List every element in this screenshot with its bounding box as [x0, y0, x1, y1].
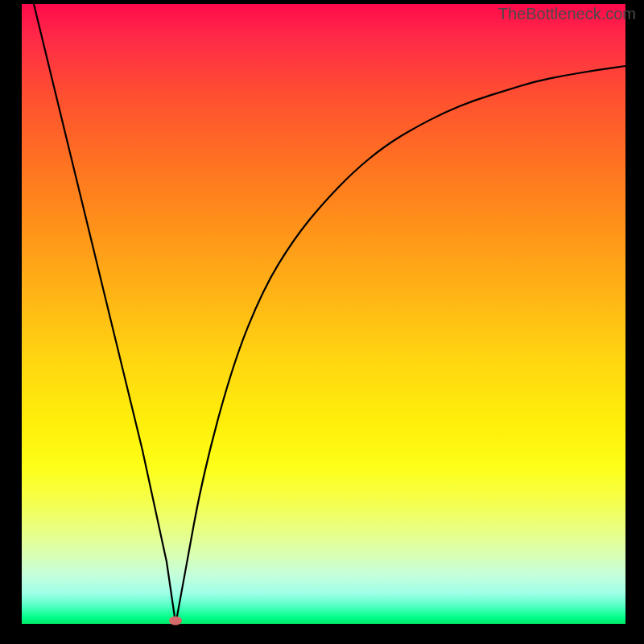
watermark-text: TheBottleneck.com — [498, 5, 636, 23]
chart-plot-area — [22, 4, 625, 624]
bottleneck-curve — [22, 4, 625, 624]
optimal-point-marker — [169, 617, 182, 625]
